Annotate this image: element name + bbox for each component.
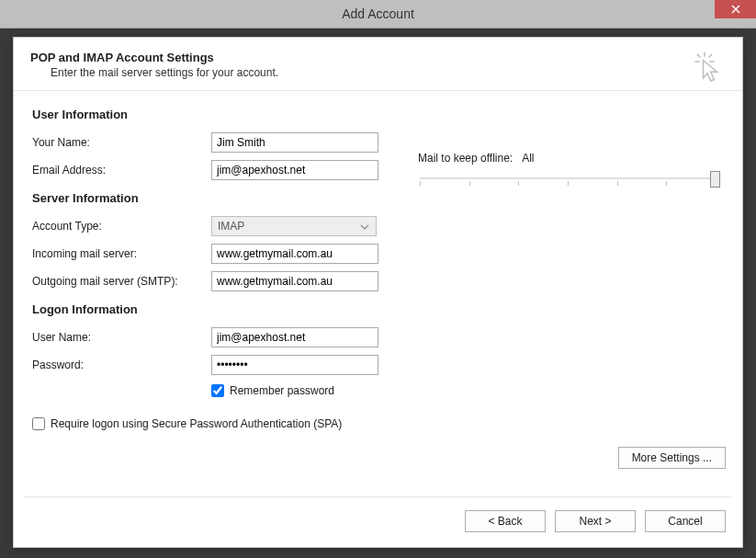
your-name-input[interactable] [211,132,378,153]
left-column: User Information Your Name: Email Addres… [32,108,400,447]
row-remember-password: Remember password [211,384,400,397]
slider-ticks [420,181,717,186]
section-user-info: User Information [32,108,400,121]
label-mail-offline: Mail to keep offline: [418,152,513,165]
cursor-click-icon [691,51,724,84]
close-button[interactable] [715,0,756,18]
account-type-select[interactable]: IMAP [211,216,377,236]
label-incoming: Incoming mail server: [32,247,211,260]
label-user-name: User Name: [32,331,211,344]
email-input[interactable] [211,160,378,180]
dialog-footer: < Back Next > Cancel [14,497,742,547]
label-email: Email Address: [32,164,211,177]
chevron-down-icon [357,220,372,233]
password-input[interactable] [211,355,378,375]
dialog-header: POP and IMAP Account Settings Enter the … [14,38,742,91]
slider-thumb[interactable] [710,171,720,188]
mail-offline-value: All [522,152,534,165]
remember-password-checkbox[interactable] [211,384,224,397]
mail-offline-slider[interactable] [420,168,717,196]
incoming-server-input[interactable] [211,244,378,264]
label-outgoing: Outgoing mail server (SMTP): [32,275,211,288]
label-require-spa[interactable]: Require logon using Secure Password Auth… [51,417,342,430]
row-password: Password: [32,351,400,379]
close-icon [731,5,740,14]
window-title: Add Account [342,6,414,21]
svg-line-5 [697,54,701,58]
dialog-body: User Information Your Name: Email Addres… [14,91,742,447]
titlebar: Add Account [0,0,756,28]
header-subtitle: Enter the mail server settings for your … [51,66,726,79]
row-incoming: Incoming mail server: [32,240,400,268]
svg-line-6 [709,54,713,58]
right-column: Mail to keep offline: All [418,108,724,447]
user-name-input[interactable] [211,327,378,347]
cancel-button[interactable]: Cancel [645,510,726,532]
more-settings-button[interactable]: More Settings ... [618,447,726,469]
outgoing-server-input[interactable] [211,271,378,291]
row-require-spa: Require logon using Secure Password Auth… [32,417,400,430]
label-account-type: Account Type: [32,220,211,233]
slider-line [420,177,717,179]
section-server-info: Server Information [32,191,400,205]
add-account-dialog: POP and IMAP Account Settings Enter the … [13,37,743,548]
require-spa-checkbox[interactable] [32,417,45,430]
row-outgoing: Outgoing mail server (SMTP): [32,268,400,295]
row-email: Email Address: [32,156,400,184]
next-button[interactable]: Next > [555,510,636,532]
account-type-value: IMAP [218,220,244,233]
row-account-type: Account Type: IMAP [32,212,400,240]
header-title: POP and IMAP Account Settings [30,51,726,64]
section-logon-info: Logon Information [32,302,400,316]
more-settings-row: More Settings ... [14,447,742,469]
row-your-name: Your Name: [32,129,400,156]
back-button[interactable]: < Back [465,510,546,532]
mail-offline-row: Mail to keep offline: All [418,152,724,165]
label-password: Password: [32,359,211,371]
row-user-name: User Name: [32,324,400,351]
label-your-name: Your Name: [32,136,211,149]
label-remember-password[interactable]: Remember password [230,384,334,397]
